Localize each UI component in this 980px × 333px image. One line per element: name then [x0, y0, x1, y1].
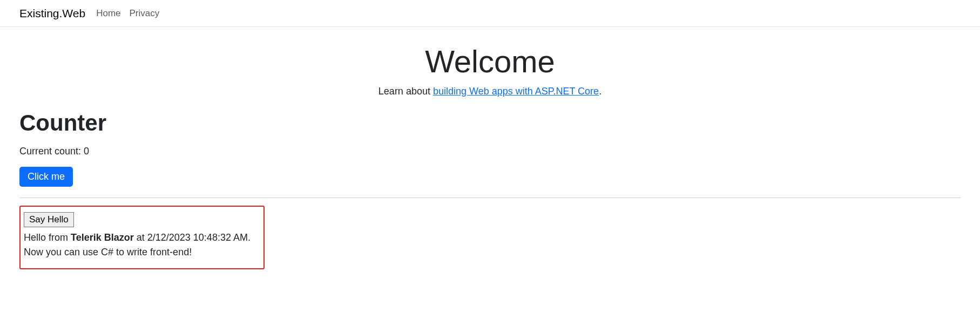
hello-greeting-middle: at [134, 232, 147, 243]
hello-greeting-line: Hello from Telerik Blazor at 2/12/2023 1… [24, 230, 260, 245]
hello-greeting-strong: Telerik Blazor [71, 232, 134, 243]
welcome-subtitle: Learn about building Web apps with ASP.N… [19, 86, 961, 97]
welcome-section: Welcome Learn about building Web apps wi… [19, 27, 961, 97]
hello-line2: Now you can use C# to write front-end! [24, 245, 260, 260]
main-container: Welcome Learn about building Web apps wi… [0, 27, 980, 269]
welcome-subtitle-prefix: Learn about [379, 86, 433, 97]
counter-current-label: Current count: [19, 146, 84, 157]
nav-link-home[interactable]: Home [96, 6, 120, 21]
hello-box: Say Hello Hello from Telerik Blazor at 2… [19, 206, 265, 269]
welcome-subtitle-suffix: . [599, 86, 601, 97]
navbar-brand[interactable]: Existing.Web [19, 5, 85, 22]
navbar: Existing.Web Home Privacy [0, 0, 980, 27]
hello-greeting-prefix: Hello from [24, 232, 71, 243]
counter-section: Counter Current count: 0 Click me [19, 110, 961, 187]
hello-greeting-timestamp: 2/12/2023 10:48:32 AM [147, 232, 248, 243]
welcome-subtitle-link[interactable]: building Web apps with ASP.NET Core [433, 86, 599, 97]
counter-heading: Counter [19, 110, 961, 136]
counter-current-value: 0 [84, 146, 89, 157]
divider [19, 198, 961, 198]
hello-greeting-suffix: . [248, 232, 251, 243]
nav-link-privacy[interactable]: Privacy [130, 6, 160, 21]
say-hello-button[interactable]: Say Hello [24, 212, 74, 227]
counter-current-text: Current count: 0 [19, 146, 961, 157]
welcome-title: Welcome [19, 43, 961, 79]
click-me-button[interactable]: Click me [19, 167, 73, 187]
